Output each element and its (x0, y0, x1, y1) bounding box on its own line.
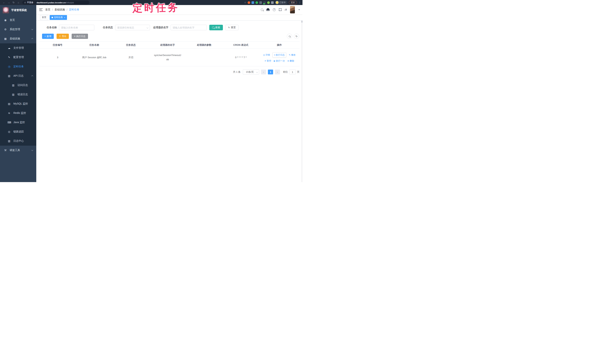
sidebar-item-redis[interactable]: ≋ Redis 监控 (0, 108, 36, 118)
sidebar-item-infra[interactable]: ▦ 基础设施 (0, 34, 36, 43)
sidebar-toggle-icon[interactable] (39, 8, 43, 11)
github-icon[interactable] (266, 8, 270, 11)
reload-icon[interactable]: ↻ (12, 1, 15, 4)
plus-icon: + (44, 35, 46, 37)
security-label: 不安全 (27, 1, 33, 4)
edit-icon: ✎ (289, 54, 290, 56)
cell-job-status: 开启 (113, 54, 149, 61)
edit-link[interactable]: ✎修改 (289, 53, 295, 57)
col-actions: 操作 (259, 42, 300, 48)
address-bar[interactable]: ⚠ 不安全 dashboard.yudao.iocoder.cn /infra/… (22, 0, 89, 4)
extension-icon[interactable] (259, 1, 262, 4)
col-handler-param: 处理器的参数 (186, 42, 223, 48)
extension-icon[interactable]: on (263, 1, 266, 4)
log-icon: ▥ (12, 93, 15, 96)
sidebar-item-error-log[interactable]: ▥ 错误日志 (0, 90, 36, 99)
job-status-select-input[interactable] (115, 25, 150, 30)
close-icon: ✕ (264, 60, 266, 62)
table-header-row: 任务编号 任务名称 任务状态 处理器的名字 处理器的参数 CRON 表达式 操作 (39, 42, 300, 49)
add-button[interactable]: + 新增 (42, 34, 54, 39)
bookmark-star-icon[interactable]: ☆ (244, 1, 246, 4)
sidebar-item-java[interactable]: ⌨ Java 监控 (0, 118, 36, 127)
sidebar: 芋道管理系统 ◉ 首页 ⚙ 系统管理 ▦ 基础设施 (0, 5, 36, 182)
search-icon[interactable] (261, 9, 263, 11)
browser-menu-icon[interactable]: ⋮ (299, 1, 301, 4)
breadcrumb-separator: / (52, 8, 53, 11)
close-icon[interactable]: × (64, 16, 65, 19)
sidebar-item-config[interactable]: ✎ 配置管理 (0, 53, 36, 62)
detail-link[interactable]: ◎详细 (263, 53, 270, 57)
list-icon: ≡ (74, 35, 75, 37)
browser-update-button[interactable]: 更新 (289, 1, 297, 4)
extension-icon[interactable] (251, 1, 254, 4)
sidebar-item-job[interactable]: ◷ 定时任务 (0, 62, 36, 71)
pause-link[interactable]: ✕暂停 (264, 59, 271, 63)
export-button[interactable]: ↧ 导出 (57, 34, 69, 39)
breadcrumb-home[interactable]: 首页 (45, 8, 51, 11)
help-icon[interactable]: ? (273, 8, 276, 11)
job-name-input[interactable] (59, 25, 94, 30)
dashboard-icon: ◉ (4, 19, 7, 22)
filter-form: 任务名称 任务状态 处理器的名字 搜索 ↻ 重置 (47, 25, 300, 30)
reset-button[interactable]: ↻ 重置 (225, 25, 238, 30)
exec-log-button[interactable]: ≡ 执行日志 (72, 34, 88, 39)
prev-page-button[interactable]: ‹ (261, 70, 266, 74)
trash-icon: ⊟ (288, 60, 289, 62)
cell-job-name: 用户 Session 超时 Job (76, 54, 113, 61)
chevron-up-icon (31, 75, 33, 77)
home-icon[interactable]: ⌂ (17, 1, 20, 4)
tag-job[interactable]: 定时任务 × (50, 15, 67, 20)
sidebar-item-api-log[interactable]: ▥ API 日志 (0, 71, 36, 80)
sidebar-item-tracing[interactable]: ◎ 链路追踪 (0, 127, 36, 136)
run-once-link[interactable]: ▶执行一次 (274, 59, 285, 63)
sidebar-item-home[interactable]: ◉ 首页 (0, 15, 36, 25)
extension-icon[interactable] (255, 1, 258, 4)
user-avatar[interactable] (290, 6, 295, 13)
active-dot (52, 17, 53, 18)
sidebar-item-file[interactable]: ☁ 文件管理 (0, 43, 36, 53)
extension-icon[interactable] (267, 1, 270, 4)
paused-extension-pill[interactable]: 已暂停 (275, 1, 288, 4)
fullscreen-icon[interactable] (279, 8, 281, 11)
sidebar-item-system[interactable]: ⚙ 系统管理 (0, 25, 36, 34)
gear-icon: ⚙ (4, 28, 7, 31)
row-exec-log-link[interactable]: ≡执行日志 (273, 52, 286, 57)
extension-icon[interactable] (248, 1, 250, 4)
goto-page-input[interactable] (289, 70, 296, 74)
java-icon: ⌨ (7, 121, 11, 124)
show-search-button[interactable] (287, 34, 292, 39)
edit-icon: ✎ (7, 56, 11, 59)
back-icon[interactable]: ← (2, 1, 5, 4)
avatar-dropdown-caret-icon[interactable] (298, 9, 300, 10)
handler-name-input[interactable] (171, 25, 207, 30)
sidebar-item-log-center[interactable]: ▥ 日志中心 (0, 136, 36, 146)
breadcrumb-current: 定时任务 (69, 8, 79, 11)
font-size-icon[interactable]: тT (285, 8, 287, 11)
breadcrumb-section[interactable]: 基础设施 (54, 8, 65, 11)
refresh-button[interactable]: ↻ (294, 34, 299, 39)
logo[interactable]: 芋道管理系统 (0, 5, 36, 15)
sidebar-item-devtools[interactable]: ⚒ 研发工具 (0, 146, 36, 155)
page-1-button[interactable]: 1 (268, 70, 273, 74)
download-icon: ↧ (59, 35, 61, 37)
page-unit-label: 页 (297, 70, 300, 74)
forward-icon[interactable]: → (7, 1, 10, 4)
warning-icon: ⚠ (24, 1, 26, 4)
monitor-icon: ▦ (4, 37, 7, 40)
tag-home[interactable]: 首页 (40, 15, 48, 20)
sidebar-item-mysql[interactable]: ▤ MySQL 监控 (0, 99, 36, 108)
window-scrollbar[interactable] (301, 5, 302, 182)
table-row: 3 用户 Session 超时 Job 开启 sysUserSessionTim… (39, 49, 300, 66)
page-size-select[interactable]: 10条/页 (243, 69, 259, 75)
paused-label: 已暂停 (279, 1, 286, 4)
cell-handler-param (186, 56, 223, 59)
job-status-select[interactable] (115, 25, 150, 30)
next-page-button[interactable]: › (275, 70, 280, 74)
extensions-puzzle-icon[interactable] (271, 1, 274, 4)
search-icon (289, 36, 290, 37)
delete-link[interactable]: ⊟删除 (288, 59, 294, 63)
search-button[interactable]: 搜索 (209, 25, 223, 30)
sidebar-item-access-log[interactable]: ▥ 访问日志 (0, 80, 36, 90)
logo-title: 芋道管理系统 (11, 9, 27, 12)
play-icon: ▶ (274, 60, 275, 62)
